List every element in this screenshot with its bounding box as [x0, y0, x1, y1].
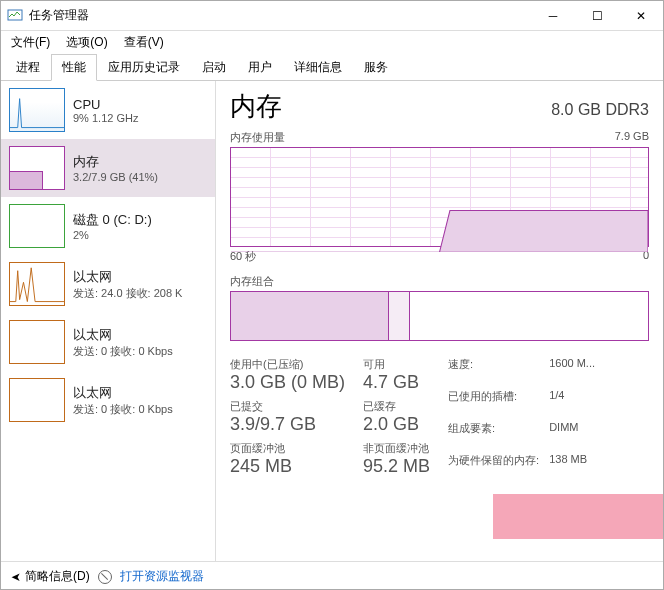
fewer-details-link[interactable]: 简略信息(D) [25, 568, 90, 585]
tab-apphistory[interactable]: 应用历史记录 [97, 54, 191, 81]
avail-label: 可用 [363, 357, 430, 372]
memory-spec: 8.0 GB DDR3 [551, 101, 649, 119]
menu-options[interactable]: 选项(O) [62, 32, 111, 53]
open-resource-monitor-link[interactable]: 打开资源监视器 [120, 568, 204, 585]
comp-inuse-seg [231, 292, 389, 340]
graph-title: 内存使用量 [230, 130, 285, 145]
memory-thumb-icon [9, 146, 65, 190]
kv-grid: 速度:1600 M... 已使用的插槽:1/4 组成要素:DIMM 为硬件保留的… [448, 357, 595, 483]
titlebar: 任务管理器 ─ ☐ ✕ [1, 1, 663, 31]
ethernet-thumb-icon [9, 320, 65, 364]
close-button[interactable]: ✕ [619, 1, 663, 31]
comp-modified-seg [389, 292, 410, 340]
sidebar-item-label: 以太网 [73, 384, 173, 402]
cpu-thumb-icon [9, 88, 65, 132]
paged-label: 页面缓冲池 [230, 441, 345, 456]
tab-services[interactable]: 服务 [353, 54, 399, 81]
footer: ➤ 简略信息(D) 打开资源监视器 [1, 561, 663, 590]
nonpaged-label: 非页面缓冲池 [363, 441, 430, 456]
tab-processes[interactable]: 进程 [5, 54, 51, 81]
sidebar-item-ethernet-1[interactable]: 以太网发送: 0 接收: 0 Kbps [1, 313, 215, 371]
resource-monitor-icon [98, 570, 112, 584]
memory-composition-bar [230, 291, 649, 341]
sidebar-item-cpu[interactable]: CPU9% 1.12 GHz [1, 81, 215, 139]
window-controls: ─ ☐ ✕ [531, 1, 663, 31]
sidebar-item-sub: 发送: 0 接收: 0 Kbps [73, 344, 173, 359]
sidebar: CPU9% 1.12 GHz 内存3.2/7.9 GB (41%) 磁盘 0 (… [1, 81, 216, 561]
menu-file[interactable]: 文件(F) [7, 32, 54, 53]
chevron-down-icon[interactable]: ➤ [11, 570, 21, 584]
ethernet-thumb-icon [9, 262, 65, 306]
sidebar-item-label: 以太网 [73, 268, 182, 286]
nonpaged-value: 95.2 MB [363, 456, 430, 477]
sidebar-item-memory[interactable]: 内存3.2/7.9 GB (41%) [1, 139, 215, 197]
ethernet-thumb-icon [9, 378, 65, 422]
tab-startup[interactable]: 启动 [191, 54, 237, 81]
menubar: 文件(F) 选项(O) 查看(V) [1, 31, 663, 53]
inuse-value: 3.0 GB (0 MB) [230, 372, 345, 393]
sidebar-item-disk[interactable]: 磁盘 0 (C: D:)2% [1, 197, 215, 255]
commit-value: 3.9/9.7 GB [230, 414, 345, 435]
slots-value: 1/4 [549, 389, 595, 419]
stats-area: 使用中(已压缩) 3.0 GB (0 MB) 已提交 3.9/9.7 GB 页面… [230, 357, 649, 483]
tab-performance[interactable]: 性能 [51, 54, 97, 81]
commit-label: 已提交 [230, 399, 345, 414]
cached-value: 2.0 GB [363, 414, 430, 435]
sidebar-item-sub: 9% 1.12 GHz [73, 112, 138, 124]
hw-label: 为硬件保留的内存: [448, 453, 539, 483]
disk-thumb-icon [9, 204, 65, 248]
tab-users[interactable]: 用户 [237, 54, 283, 81]
memory-usage-graph [230, 147, 649, 247]
inuse-label: 使用中(已压缩) [230, 357, 345, 372]
slots-label: 已使用的插槽: [448, 389, 539, 419]
hw-value: 138 MB [549, 453, 595, 483]
sidebar-item-ethernet-0[interactable]: 以太网发送: 24.0 接收: 208 K [1, 255, 215, 313]
paged-value: 245 MB [230, 456, 345, 477]
overlay-block [493, 494, 663, 539]
window-title: 任务管理器 [29, 7, 89, 24]
main-panel: 内存 8.0 GB DDR3 内存使用量 7.9 GB 60 秒 0 内存组合 … [216, 81, 663, 561]
app-icon [7, 8, 23, 24]
form-value: DIMM [549, 421, 595, 451]
maximize-button[interactable]: ☐ [575, 1, 619, 31]
sidebar-item-sub: 3.2/7.9 GB (41%) [73, 171, 158, 183]
cached-label: 已缓存 [363, 399, 430, 414]
sidebar-item-sub: 发送: 0 接收: 0 Kbps [73, 402, 173, 417]
content-area: CPU9% 1.12 GHz 内存3.2/7.9 GB (41%) 磁盘 0 (… [1, 81, 663, 561]
avail-value: 4.7 GB [363, 372, 430, 393]
sidebar-item-label: 内存 [73, 153, 158, 171]
speed-value: 1600 M... [549, 357, 595, 387]
form-label: 组成要素: [448, 421, 539, 451]
page-title: 内存 [230, 89, 282, 124]
sidebar-item-label: CPU [73, 97, 138, 112]
speed-label: 速度: [448, 357, 539, 387]
menu-view[interactable]: 查看(V) [120, 32, 168, 53]
sidebar-item-sub: 2% [73, 229, 152, 241]
sidebar-item-label: 磁盘 0 (C: D:) [73, 211, 152, 229]
tab-strip: 进程 性能 应用历史记录 启动 用户 详细信息 服务 [1, 53, 663, 81]
sidebar-item-ethernet-2[interactable]: 以太网发送: 0 接收: 0 Kbps [1, 371, 215, 429]
sidebar-item-label: 以太网 [73, 326, 173, 344]
tab-details[interactable]: 详细信息 [283, 54, 353, 81]
minimize-button[interactable]: ─ [531, 1, 575, 31]
graph-max: 7.9 GB [615, 130, 649, 145]
composition-title: 内存组合 [230, 274, 649, 289]
sidebar-item-sub: 发送: 24.0 接收: 208 K [73, 286, 182, 301]
